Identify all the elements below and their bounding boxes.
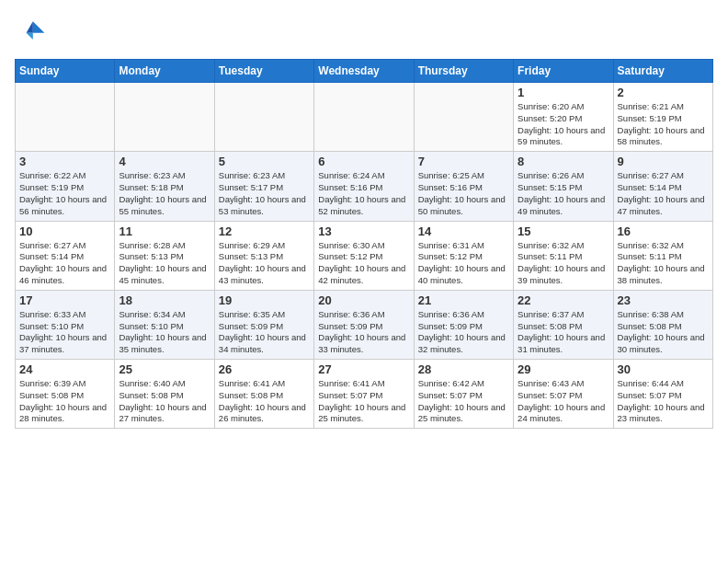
calendar-cell: 5Sunrise: 6:23 AM Sunset: 5:17 PM Daylig…	[214, 152, 313, 221]
logo	[15, 15, 51, 48]
day-info: Sunrise: 6:42 AM Sunset: 5:07 PM Dayligh…	[418, 378, 509, 425]
day-info: Sunrise: 6:36 AM Sunset: 5:09 PM Dayligh…	[418, 309, 509, 356]
day-header-tuesday: Tuesday	[214, 60, 313, 83]
day-info: Sunrise: 6:37 AM Sunset: 5:08 PM Dayligh…	[518, 309, 609, 356]
calendar-cell: 18Sunrise: 6:34 AM Sunset: 5:10 PM Dayli…	[115, 290, 214, 359]
calendar-row-1: 1Sunrise: 6:20 AM Sunset: 5:20 PM Daylig…	[16, 83, 713, 152]
day-info: Sunrise: 6:35 AM Sunset: 5:09 PM Dayligh…	[219, 309, 310, 356]
day-number: 8	[518, 155, 609, 168]
calendar-cell: 7Sunrise: 6:25 AM Sunset: 5:16 PM Daylig…	[414, 152, 513, 221]
day-info: Sunrise: 6:23 AM Sunset: 5:17 PM Dayligh…	[219, 170, 310, 217]
calendar-cell: 19Sunrise: 6:35 AM Sunset: 5:09 PM Dayli…	[214, 290, 313, 359]
calendar-cell: 3Sunrise: 6:22 AM Sunset: 5:19 PM Daylig…	[16, 152, 115, 221]
calendar-cell: 14Sunrise: 6:31 AM Sunset: 5:12 PM Dayli…	[414, 221, 513, 290]
svg-marker-1	[27, 21, 33, 33]
day-number: 9	[618, 155, 709, 168]
day-number: 14	[418, 224, 509, 238]
logo-icon	[15, 15, 48, 48]
calendar-cell: 12Sunrise: 6:29 AM Sunset: 5:13 PM Dayli…	[214, 221, 313, 290]
calendar-row-5: 24Sunrise: 6:39 AM Sunset: 5:08 PM Dayli…	[16, 360, 713, 429]
calendar-cell: 2Sunrise: 6:21 AM Sunset: 5:19 PM Daylig…	[613, 83, 712, 152]
day-number: 11	[119, 224, 210, 238]
day-number: 5	[219, 155, 310, 168]
calendar-cell: 29Sunrise: 6:43 AM Sunset: 5:07 PM Dayli…	[514, 360, 613, 429]
day-info: Sunrise: 6:41 AM Sunset: 5:07 PM Dayligh…	[318, 378, 409, 425]
day-number: 17	[19, 293, 110, 307]
day-number: 20	[318, 293, 409, 307]
calendar-cell: 28Sunrise: 6:42 AM Sunset: 5:07 PM Dayli…	[414, 360, 513, 429]
calendar-cell: 6Sunrise: 6:24 AM Sunset: 5:16 PM Daylig…	[314, 152, 414, 221]
calendar-row-2: 3Sunrise: 6:22 AM Sunset: 5:19 PM Daylig…	[16, 152, 713, 221]
day-number: 26	[219, 362, 310, 376]
calendar-table: SundayMondayTuesdayWednesdayThursdayFrid…	[15, 59, 713, 429]
calendar-cell: 1Sunrise: 6:20 AM Sunset: 5:20 PM Daylig…	[514, 83, 613, 152]
day-info: Sunrise: 6:20 AM Sunset: 5:20 PM Dayligh…	[518, 101, 609, 148]
day-info: Sunrise: 6:23 AM Sunset: 5:18 PM Dayligh…	[119, 170, 210, 217]
day-number: 29	[518, 362, 609, 376]
day-info: Sunrise: 6:29 AM Sunset: 5:13 PM Dayligh…	[219, 240, 310, 287]
calendar-cell: 9Sunrise: 6:27 AM Sunset: 5:14 PM Daylig…	[613, 152, 712, 221]
day-info: Sunrise: 6:40 AM Sunset: 5:08 PM Dayligh…	[119, 378, 210, 425]
day-number: 15	[518, 224, 609, 238]
day-number: 18	[119, 293, 210, 307]
calendar-cell: 21Sunrise: 6:36 AM Sunset: 5:09 PM Dayli…	[414, 290, 513, 359]
calendar-cell	[214, 83, 313, 152]
calendar-cell: 26Sunrise: 6:41 AM Sunset: 5:08 PM Dayli…	[214, 360, 313, 429]
calendar-cell	[115, 83, 214, 152]
day-number: 12	[219, 224, 310, 238]
day-info: Sunrise: 6:21 AM Sunset: 5:19 PM Dayligh…	[618, 101, 709, 148]
page-container: SundayMondayTuesdayWednesdayThursdayFrid…	[0, 0, 728, 436]
day-number: 21	[418, 293, 509, 307]
day-header-wednesday: Wednesday	[314, 60, 414, 83]
calendar-cell: 20Sunrise: 6:36 AM Sunset: 5:09 PM Dayli…	[314, 290, 414, 359]
day-info: Sunrise: 6:22 AM Sunset: 5:19 PM Dayligh…	[19, 170, 110, 217]
day-info: Sunrise: 6:39 AM Sunset: 5:08 PM Dayligh…	[19, 378, 110, 425]
day-number: 22	[518, 293, 609, 307]
calendar-cell: 11Sunrise: 6:28 AM Sunset: 5:13 PM Dayli…	[115, 221, 214, 290]
calendar-cell: 25Sunrise: 6:40 AM Sunset: 5:08 PM Dayli…	[115, 360, 214, 429]
day-number: 23	[618, 293, 709, 307]
header	[15, 15, 713, 48]
calendar-cell: 10Sunrise: 6:27 AM Sunset: 5:14 PM Dayli…	[16, 221, 115, 290]
calendar-cell	[16, 83, 115, 152]
day-number: 2	[618, 86, 709, 99]
calendar-cell: 24Sunrise: 6:39 AM Sunset: 5:08 PM Dayli…	[16, 360, 115, 429]
day-info: Sunrise: 6:27 AM Sunset: 5:14 PM Dayligh…	[19, 240, 110, 287]
calendar-cell: 22Sunrise: 6:37 AM Sunset: 5:08 PM Dayli…	[514, 290, 613, 359]
day-number: 27	[318, 362, 409, 376]
day-info: Sunrise: 6:27 AM Sunset: 5:14 PM Dayligh…	[618, 170, 709, 217]
calendar-row-3: 10Sunrise: 6:27 AM Sunset: 5:14 PM Dayli…	[16, 221, 713, 290]
svg-marker-2	[27, 33, 33, 40]
day-info: Sunrise: 6:31 AM Sunset: 5:12 PM Dayligh…	[418, 240, 509, 287]
day-number: 6	[318, 155, 409, 168]
day-info: Sunrise: 6:32 AM Sunset: 5:11 PM Dayligh…	[518, 240, 609, 287]
calendar-body: 1Sunrise: 6:20 AM Sunset: 5:20 PM Daylig…	[16, 83, 713, 429]
day-header-saturday: Saturday	[613, 60, 712, 83]
calendar-cell	[314, 83, 414, 152]
day-number: 30	[618, 362, 709, 376]
day-number: 25	[119, 362, 210, 376]
day-info: Sunrise: 6:43 AM Sunset: 5:07 PM Dayligh…	[518, 378, 609, 425]
day-number: 13	[318, 224, 409, 238]
day-number: 4	[119, 155, 210, 168]
svg-marker-0	[33, 21, 45, 33]
day-number: 1	[518, 86, 609, 99]
calendar-header: SundayMondayTuesdayWednesdayThursdayFrid…	[16, 60, 713, 83]
day-number: 3	[19, 155, 110, 168]
day-header-monday: Monday	[115, 60, 214, 83]
day-info: Sunrise: 6:38 AM Sunset: 5:08 PM Dayligh…	[618, 309, 709, 356]
day-info: Sunrise: 6:33 AM Sunset: 5:10 PM Dayligh…	[19, 309, 110, 356]
day-number: 19	[219, 293, 310, 307]
day-header-friday: Friday	[514, 60, 613, 83]
day-number: 10	[19, 224, 110, 238]
calendar-cell: 17Sunrise: 6:33 AM Sunset: 5:10 PM Dayli…	[16, 290, 115, 359]
day-header-thursday: Thursday	[414, 60, 513, 83]
day-number: 24	[19, 362, 110, 376]
calendar-cell: 8Sunrise: 6:26 AM Sunset: 5:15 PM Daylig…	[514, 152, 613, 221]
day-info: Sunrise: 6:30 AM Sunset: 5:12 PM Dayligh…	[318, 240, 409, 287]
calendar-cell: 4Sunrise: 6:23 AM Sunset: 5:18 PM Daylig…	[115, 152, 214, 221]
day-number: 7	[418, 155, 509, 168]
day-info: Sunrise: 6:26 AM Sunset: 5:15 PM Dayligh…	[518, 170, 609, 217]
calendar-row-4: 17Sunrise: 6:33 AM Sunset: 5:10 PM Dayli…	[16, 290, 713, 359]
day-info: Sunrise: 6:41 AM Sunset: 5:08 PM Dayligh…	[219, 378, 310, 425]
